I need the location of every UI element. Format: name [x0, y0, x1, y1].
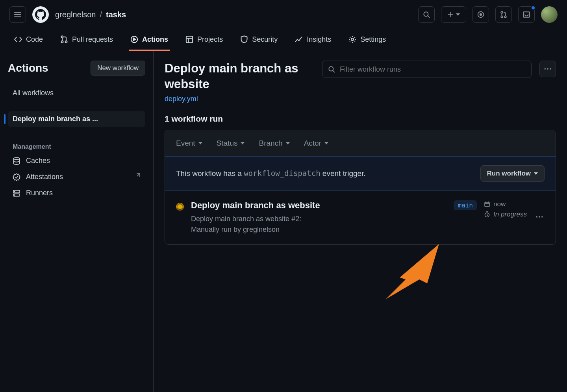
annotation-arrow: [382, 240, 445, 303]
svg-rect-10: [186, 36, 193, 43]
new-workflow-button[interactable]: New workflow: [91, 61, 145, 76]
tab-settings[interactable]: Settings: [347, 29, 387, 51]
menu-button[interactable]: [9, 6, 26, 23]
database-icon: [13, 157, 20, 165]
workflow-title: Deploy main branch as website: [165, 61, 314, 92]
caret-down-icon: [534, 172, 538, 175]
svg-point-12: [14, 157, 20, 159]
svg-point-6: [61, 36, 63, 38]
runs-count: 1 workflow run: [165, 114, 556, 124]
pull-request-icon: [500, 11, 507, 18]
run-meta: now In progress: [484, 200, 527, 218]
user-avatar[interactable]: [541, 6, 558, 23]
breadcrumb-separator: /: [100, 10, 102, 19]
run-menu-button[interactable]: [534, 211, 545, 224]
plus-icon: [447, 11, 454, 18]
svg-point-25: [541, 216, 543, 218]
breadcrumb-owner[interactable]: greglnelson: [55, 10, 96, 19]
issues-icon: [477, 11, 484, 18]
filter-branch[interactable]: Branch: [259, 139, 289, 148]
sidebar-caches[interactable]: Caches: [8, 153, 145, 169]
svg-point-11: [351, 38, 354, 41]
inbox-button[interactable]: [518, 6, 535, 23]
run-row[interactable]: Deploy main branch as website Deploy mai…: [165, 191, 556, 244]
stopwatch-icon: [484, 211, 490, 218]
search-icon: [423, 11, 430, 18]
code-icon: [14, 35, 22, 43]
run-subtitle-2: Manually run by greglnelson: [191, 226, 280, 233]
breadcrumb: greglnelson / tasks: [55, 10, 126, 19]
svg-point-8: [65, 41, 67, 43]
inbox-icon: [523, 11, 530, 18]
gear-icon: [348, 35, 356, 43]
svg-point-5: [504, 16, 506, 18]
svg-point-16: [14, 194, 15, 195]
run-subtitle-1: Deploy main branch as website #2:: [191, 215, 301, 223]
hamburger-icon: [14, 11, 22, 18]
sidebar-workflow-selected[interactable]: Deploy main branch as ...: [8, 111, 145, 127]
divider: [8, 132, 145, 132]
tab-actions[interactable]: Actions: [129, 29, 170, 51]
svg-point-7: [61, 41, 63, 43]
kebab-icon: [544, 65, 551, 72]
dispatch-row: This workflow has a workflow_dispatch ev…: [165, 157, 556, 191]
run-workflow-button[interactable]: Run workflow: [480, 165, 545, 182]
caret-down-icon: [198, 142, 202, 145]
workflow-menu-button[interactable]: [539, 61, 556, 77]
external-link-icon: [134, 173, 141, 181]
kebab-icon: [536, 213, 543, 220]
branch-pill[interactable]: main: [454, 200, 477, 210]
run-title[interactable]: Deploy main branch as website: [191, 200, 447, 211]
sidebar-attestations[interactable]: Attestations: [8, 169, 145, 185]
sidebar-heading: Actions: [8, 62, 48, 74]
server-icon: [13, 189, 20, 197]
sidebar-runners[interactable]: Runners: [8, 185, 145, 201]
tab-code[interactable]: Code: [13, 29, 44, 51]
calendar-icon: [484, 201, 490, 207]
caret-down-icon: [241, 142, 245, 145]
breadcrumb-repo[interactable]: tasks: [106, 10, 126, 19]
status-in-progress-icon: [176, 203, 184, 211]
tab-pull-requests[interactable]: Pull requests: [59, 29, 115, 51]
svg-point-23: [536, 216, 537, 218]
main-content: Deploy main branch as website deploy.yml…: [154, 51, 567, 392]
svg-point-20: [550, 68, 551, 70]
search-icon: [328, 66, 335, 73]
svg-point-3: [501, 11, 503, 13]
verified-icon: [13, 173, 20, 181]
tab-insights[interactable]: Insights: [293, 29, 333, 51]
tab-projects[interactable]: Projects: [184, 29, 224, 51]
sidebar: Actions New workflow All workflows Deplo…: [0, 51, 154, 392]
svg-point-4: [501, 16, 503, 18]
svg-rect-21: [485, 202, 489, 207]
table-icon: [185, 35, 193, 43]
filter-event[interactable]: Event: [176, 139, 202, 148]
svg-point-18: [544, 68, 546, 70]
pull-request-icon: [60, 35, 68, 43]
dispatch-prefix: This workflow has a: [176, 169, 244, 178]
filter-runs-search[interactable]: [322, 61, 532, 78]
sidebar-all-workflows[interactable]: All workflows: [8, 85, 145, 101]
tab-security[interactable]: Security: [239, 29, 279, 51]
create-new-button[interactable]: [441, 6, 466, 23]
svg-point-19: [547, 68, 548, 70]
github-logo[interactable]: [32, 6, 49, 23]
shield-icon: [240, 35, 248, 43]
caret-down-icon: [456, 13, 460, 17]
repo-nav: Code Pull requests Actions Projects Secu…: [0, 29, 567, 51]
search-button[interactable]: [418, 6, 435, 23]
pull-requests-button[interactable]: [495, 6, 512, 23]
svg-point-24: [539, 216, 540, 218]
notification-dot: [531, 6, 536, 10]
svg-marker-26: [386, 244, 439, 299]
svg-point-2: [480, 14, 482, 16]
workflow-file-link[interactable]: deploy.yml: [165, 95, 198, 103]
filter-status[interactable]: Status: [217, 139, 245, 148]
dispatch-code: workflow_dispatch: [244, 169, 320, 178]
github-icon: [35, 9, 46, 20]
issues-button[interactable]: [472, 6, 489, 23]
filter-row: Event Status Branch Actor: [165, 130, 556, 157]
filter-runs-input[interactable]: [339, 65, 526, 74]
filter-actor[interactable]: Actor: [304, 139, 328, 148]
svg-point-0: [424, 12, 428, 16]
